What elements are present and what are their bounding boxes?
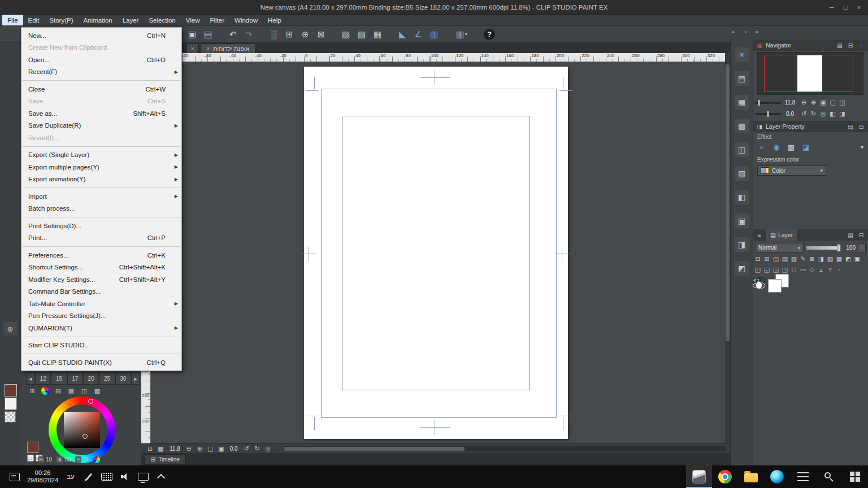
edge-taskbar-icon[interactable] [764, 465, 790, 488]
menu-bar-item[interactable]: Filter [205, 15, 229, 25]
nav-fit-to-screen-icon[interactable]: ▢ [828, 98, 837, 107]
file-menu-item[interactable]: Print Settings(D)... ▶ [21, 220, 181, 232]
menu-bar-item[interactable]: Layer [118, 15, 144, 25]
volume-icon[interactable] [119, 471, 131, 482]
color-wheel-tab-icon[interactable] [41, 387, 49, 395]
move-layer-icon[interactable]: ⊞▾ [283, 28, 296, 41]
start-button[interactable] [842, 465, 868, 488]
file-menu-item[interactable]: Start CLIP STUDIO... ▶ [21, 339, 181, 352]
layer-command-icon[interactable]: ◱ [763, 265, 771, 274]
color-readout-menu-icon[interactable]: ⊞ [26, 456, 34, 463]
snap-to-grid-icon[interactable]: ▥▾ [427, 28, 441, 41]
material-panel-icon[interactable]: ▤ [735, 71, 749, 86]
nav-rotate-left-icon[interactable]: ↺ [799, 110, 809, 119]
file-menu-item[interactable]: Export (Single Layer) ▶ [21, 149, 181, 162]
file-menu-item[interactable]: ▶ [23, 188, 180, 188]
vertical-scrollbar[interactable] [725, 62, 730, 443]
brush-size-preset[interactable]: 17 [67, 373, 83, 385]
panel-collapse-right-chevron-icon[interactable]: » [755, 28, 758, 35]
transparent-color-swatch[interactable] [5, 411, 16, 422]
snap-to-special-ruler-icon[interactable]: ∠▾ [411, 28, 425, 41]
opacity-slider[interactable] [806, 246, 841, 250]
layer-command-icon[interactable]: ⊟ [754, 255, 762, 263]
file-menu-item[interactable]: Create New from Clipboard ▶ [21, 42, 181, 54]
rotate-left-icon[interactable]: ↺ [242, 445, 251, 452]
file-menu-item[interactable]: Shortcut Settings... Ctrl+Shift+Alt+K ▶ [21, 262, 181, 274]
snap-to-ruler-icon[interactable]: ◣▾ [396, 28, 409, 41]
nav-flip-vertical-icon[interactable]: ◨ [837, 110, 847, 119]
color-slider-tab-icon[interactable]: ▤ [54, 387, 62, 395]
nav-zoom-in-icon[interactable]: ⊕ [809, 98, 818, 107]
close-tab-icon[interactable]: × [207, 46, 210, 51]
navigator-panel-icon[interactable]: ▣ [756, 41, 763, 49]
minimize-button[interactable]: ─ [826, 2, 837, 13]
select-rectangle-icon[interactable]: ▨▾ [339, 28, 353, 41]
brush-size-preset[interactable]: 12 [35, 373, 51, 385]
horizontal-scrollbar[interactable] [283, 446, 726, 451]
layer-command-icon[interactable]: ◻ [790, 265, 798, 274]
color-set-tab-icon[interactable]: ▦ [67, 387, 75, 395]
layer-command-icon[interactable]: ▧ [826, 255, 834, 263]
nav-actual-size-icon[interactable]: ▣ [818, 98, 828, 107]
border-effect-icon[interactable]: ○ [757, 142, 766, 151]
navigator-undock-icon[interactable]: ▤ [836, 41, 844, 49]
document-tab[interactable]: × אופנת ילדותית [201, 43, 255, 53]
file-menu-item[interactable]: Modifier Key Settings... Ctrl+Shift+Alt+… [21, 273, 181, 286]
menu-bar-item[interactable]: Help [263, 15, 287, 25]
material-color-pattern-icon[interactable]: ▦ [735, 95, 749, 110]
item-bank-panel-icon[interactable]: ◩ [735, 261, 749, 276]
brush-size-preset[interactable]: 20 [83, 373, 99, 385]
layer-command-icon[interactable]: ◳ [781, 265, 789, 274]
rotate-view-icon[interactable]: ⊕▾ [298, 28, 312, 41]
layer-property-collapse-icon[interactable]: ⊟ [857, 123, 865, 130]
rotate-right-icon[interactable]: ↻ [253, 445, 262, 452]
file-menu-item[interactable]: ▶ [23, 337, 180, 337]
reset-rotation-icon[interactable]: ◎ [264, 445, 272, 452]
file-menu-item[interactable]: Quit CLIP STUDIO PAINT(X) Ctrl+Q ▶ [21, 356, 181, 369]
scrollbar-thumb[interactable] [284, 447, 465, 451]
file-menu-item[interactable]: QUMARION(T) ▶ [21, 322, 181, 334]
layer-command-icon[interactable]: ◲ [772, 265, 780, 274]
menu-bar-item[interactable]: Selection [144, 15, 180, 25]
file-explorer-taskbar-icon[interactable] [738, 465, 764, 488]
nav-reset-rotation-icon[interactable]: ◎ [818, 110, 828, 119]
layer-command-icon[interactable]: ✎ [799, 255, 807, 263]
deselect-icon[interactable]: ▧▾ [355, 28, 368, 41]
clear-area-icon[interactable]: ⊠▾ [314, 28, 328, 41]
pen-settings-icon[interactable] [83, 471, 94, 482]
file-menu-item[interactable]: Export multiple pages(Y) ▶ [21, 161, 181, 173]
main-color-swatch[interactable] [27, 442, 38, 453]
approximate-color-tab-icon[interactable]: ▩ [93, 387, 101, 395]
document-tab-hidden[interactable]: × [186, 43, 199, 53]
blend-mode-dropdown[interactable]: Normal ▾ [755, 243, 804, 252]
file-menu-item[interactable]: Revert(I)... ▶ [21, 132, 181, 144]
file-menu-item[interactable]: Import ▶ [21, 190, 181, 203]
zoom-in-icon[interactable]: ⊕ [196, 445, 204, 452]
layer-command-icon[interactable]: ◦ [835, 265, 843, 274]
layer-command-icon[interactable]: ⊞ [763, 255, 771, 263]
layer-command-icon[interactable]: ◩ [844, 255, 852, 263]
preset-scroll-right-icon[interactable]: ▸ [131, 373, 140, 385]
open-file-icon[interactable]: ▣▾ [185, 28, 199, 41]
zoom-out-icon[interactable]: ⊖ [185, 445, 193, 452]
layer-row-paper[interactable]: ✎ Paper [753, 283, 761, 288]
menu-bar-item[interactable]: Window [229, 15, 263, 25]
actual-size-icon[interactable]: ▣ [217, 445, 225, 452]
file-menu-item[interactable]: Print... Ctrl+P ▶ [21, 232, 181, 245]
timeline-tab[interactable]: ⊞ Timeline [145, 454, 186, 464]
file-menu-item[interactable]: New... Ctrl+N ▶ [21, 29, 181, 42]
file-menu-item[interactable]: ▶ [23, 217, 180, 217]
file-menu-item[interactable]: Recent(F) ▶ [21, 66, 181, 79]
file-menu-item[interactable]: ▶ [23, 146, 180, 147]
nav-zoom-out-icon[interactable]: ⊖ [799, 98, 809, 107]
file-menu-item[interactable]: ▶ [23, 354, 180, 354]
free-transform-icon[interactable]: ░▾ [267, 28, 280, 41]
sub-color-swatch[interactable] [5, 398, 17, 410]
nav-fit-to-width-icon[interactable]: ◫ [837, 98, 847, 107]
search-taskbar-icon[interactable] [816, 465, 842, 488]
action-center-icon[interactable] [9, 471, 20, 482]
nav-rotate-right-icon[interactable]: ↻ [809, 110, 818, 119]
saturation-value-square[interactable] [64, 412, 100, 448]
file-menu-item[interactable]: Preferences... Ctrl+K ▶ [21, 249, 181, 262]
layer-command-icon[interactable]: ◫ [772, 255, 780, 263]
